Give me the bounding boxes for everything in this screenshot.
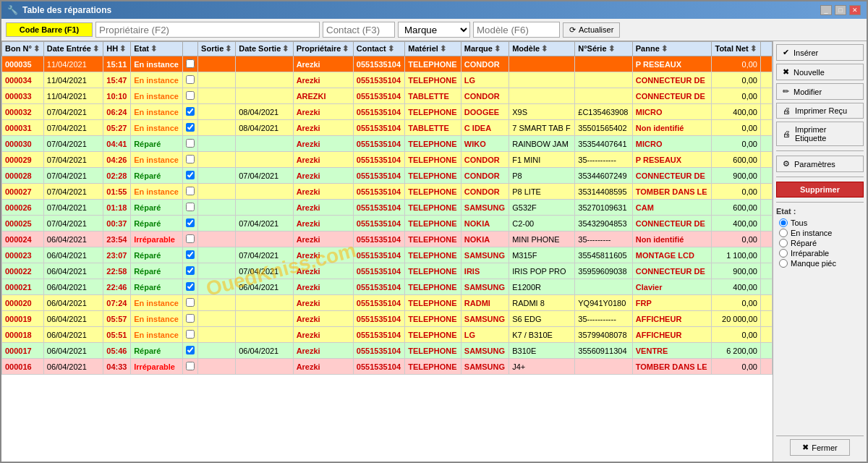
cell-check[interactable] (183, 56, 198, 72)
contact-input[interactable] (323, 22, 395, 38)
cell-check[interactable] (183, 343, 198, 359)
col-bon[interactable]: Bon N°⬍ (2, 42, 44, 56)
cell-check[interactable] (183, 279, 198, 295)
close-button[interactable]: ✕ (849, 5, 861, 15)
row-checkbox[interactable] (186, 123, 195, 132)
minimize-button[interactable]: _ (820, 5, 832, 15)
col-etat[interactable]: Etat⬍ (131, 42, 183, 56)
marque-select[interactable]: Marque (398, 22, 470, 38)
row-checkbox[interactable] (186, 346, 195, 354)
cell-check[interactable] (183, 88, 198, 104)
imprimer-etiquette-button[interactable]: 🖨 Imprimer Etiquette (776, 122, 864, 146)
row-checkbox[interactable] (186, 59, 195, 68)
fermer-button[interactable]: ✖ Fermer (790, 439, 849, 456)
radio-repare-input[interactable] (779, 239, 788, 247)
row-checkbox[interactable] (186, 187, 195, 195)
table-row[interactable]: 000023 06/04/2021 23:07 Réparé 07/04/202… (2, 247, 773, 263)
table-row[interactable]: 000022 06/04/2021 22:58 Réparé 07/04/202… (2, 263, 773, 279)
table-row[interactable]: 000021 06/04/2021 22:46 Réparé 06/04/202… (2, 279, 773, 295)
table-row[interactable]: 000016 06/04/2021 04:33 Irréparable Arez… (2, 359, 773, 375)
radio-repare[interactable]: Réparé (779, 239, 864, 247)
supprimer-button[interactable]: Supprimer (776, 182, 864, 197)
col-nserie[interactable]: N°Série⬍ (575, 42, 633, 56)
cell-check[interactable] (183, 136, 198, 152)
cell-check[interactable] (183, 263, 198, 279)
table-row[interactable]: 000028 07/04/2021 02:28 Réparé 07/04/202… (2, 168, 773, 184)
table-row[interactable]: 000026 07/04/2021 01:18 Réparé Arezki 05… (2, 200, 773, 216)
proprietaire-input[interactable] (95, 22, 320, 38)
cell-check[interactable] (183, 200, 198, 216)
cell-check[interactable] (183, 168, 198, 184)
cell-check[interactable] (183, 247, 198, 263)
modele-input[interactable] (473, 22, 560, 38)
table-row[interactable]: 000033 11/04/2021 10:10 En instance AREZ… (2, 88, 773, 104)
table-row[interactable]: 000025 07/04/2021 00:37 Réparé 07/04/202… (2, 216, 773, 232)
row-checkbox[interactable] (186, 234, 195, 243)
inserer-button[interactable]: ✔ Insérer (776, 44, 864, 61)
col-date-sortie[interactable]: Date Sortie⬍ (236, 42, 293, 56)
cell-check[interactable] (183, 232, 198, 247)
row-checkbox[interactable] (186, 266, 195, 275)
actualiser-button[interactable]: ⟳ Actualiser (563, 22, 620, 38)
radio-tous-input[interactable] (779, 218, 788, 227)
row-checkbox[interactable] (186, 139, 195, 148)
parametres-button[interactable]: ⚙ Paramètres (776, 156, 864, 172)
row-checkbox[interactable] (186, 250, 195, 259)
row-checkbox[interactable] (186, 218, 195, 227)
modifier-button[interactable]: ✏ Modifier (776, 83, 864, 100)
row-checkbox[interactable] (186, 203, 195, 211)
cell-check[interactable] (183, 184, 198, 200)
nouvelle-button[interactable]: ✖ Nouvelle (776, 64, 864, 80)
table-row[interactable]: 000020 06/04/2021 07:24 En instance Arez… (2, 295, 773, 311)
row-checkbox[interactable] (186, 91, 195, 100)
radio-manque-piece-input[interactable] (779, 259, 788, 268)
table-container[interactable]: Bon N°⬍ Date Entrée⬍ HH⬍ Etat⬍ Sortie⬍ D… (1, 41, 773, 462)
cell-check[interactable] (183, 295, 198, 311)
row-checkbox[interactable] (186, 75, 195, 84)
cell-check[interactable] (183, 216, 198, 232)
radio-tous[interactable]: Tous (779, 218, 864, 227)
radio-en-instance[interactable]: En instance (779, 229, 864, 237)
table-row[interactable]: 000031 07/04/2021 05:27 En instance 08/0… (2, 120, 773, 136)
row-checkbox[interactable] (186, 155, 195, 163)
radio-manque-piece[interactable]: Manque piéc (779, 259, 864, 268)
col-modele[interactable]: Modèle⬍ (509, 42, 575, 56)
col-contact[interactable]: Contact⬍ (353, 42, 404, 56)
col-panne[interactable]: Panne⬍ (632, 42, 712, 56)
col-sortie[interactable]: Sortie⬍ (198, 42, 236, 56)
table-row[interactable]: 000024 06/04/2021 23:54 Irréparable Arez… (2, 232, 773, 247)
row-checkbox[interactable] (186, 282, 195, 291)
cell-check[interactable] (183, 359, 198, 375)
table-row[interactable]: 000034 11/04/2021 15:47 En instance Arez… (2, 72, 773, 88)
row-checkbox[interactable] (186, 298, 195, 307)
imprimer-recu-button[interactable]: 🖨 Imprimer Reçu (776, 103, 864, 119)
radio-irreparable[interactable]: Irréparable (779, 249, 864, 258)
table-row[interactable]: 000035 11/04/2021 15:11 En instance Arez… (2, 56, 773, 72)
cell-check[interactable] (183, 120, 198, 136)
table-row[interactable]: 000027 07/04/2021 01:55 En instance Arez… (2, 184, 773, 200)
cell-check[interactable] (183, 327, 198, 343)
row-checkbox[interactable] (186, 314, 195, 323)
radio-irreparable-input[interactable] (779, 249, 788, 258)
row-checkbox[interactable] (186, 362, 195, 370)
maximize-button[interactable]: □ (835, 5, 846, 15)
code-barre-button[interactable]: Code Barre (F1) (6, 22, 93, 37)
row-checkbox[interactable] (186, 171, 195, 179)
row-checkbox[interactable] (186, 107, 195, 116)
col-proprietaire[interactable]: Propriétaire⬍ (293, 42, 353, 56)
cell-check[interactable] (183, 72, 198, 88)
col-hh[interactable]: HH⬍ (103, 42, 131, 56)
col-date-entree[interactable]: Date Entrée⬍ (43, 42, 103, 56)
cell-check[interactable] (183, 104, 198, 120)
cell-check[interactable] (183, 311, 198, 327)
col-total[interactable]: Total Net⬍ (712, 42, 761, 56)
table-row[interactable]: 000017 06/04/2021 05:46 Réparé 06/04/202… (2, 343, 773, 359)
col-materiel[interactable]: Matériel⬍ (405, 42, 461, 56)
col-marque[interactable]: Marque⬍ (461, 42, 509, 56)
table-row[interactable]: 000032 07/04/2021 06:24 En instance 08/0… (2, 104, 773, 120)
table-row[interactable]: 000019 06/04/2021 05:57 En instance Arez… (2, 311, 773, 327)
cell-check[interactable] (183, 152, 198, 168)
row-checkbox[interactable] (186, 330, 195, 339)
radio-en-instance-input[interactable] (779, 229, 788, 237)
table-row[interactable]: 000030 07/04/2021 04:41 Réparé Arezki 05… (2, 136, 773, 152)
